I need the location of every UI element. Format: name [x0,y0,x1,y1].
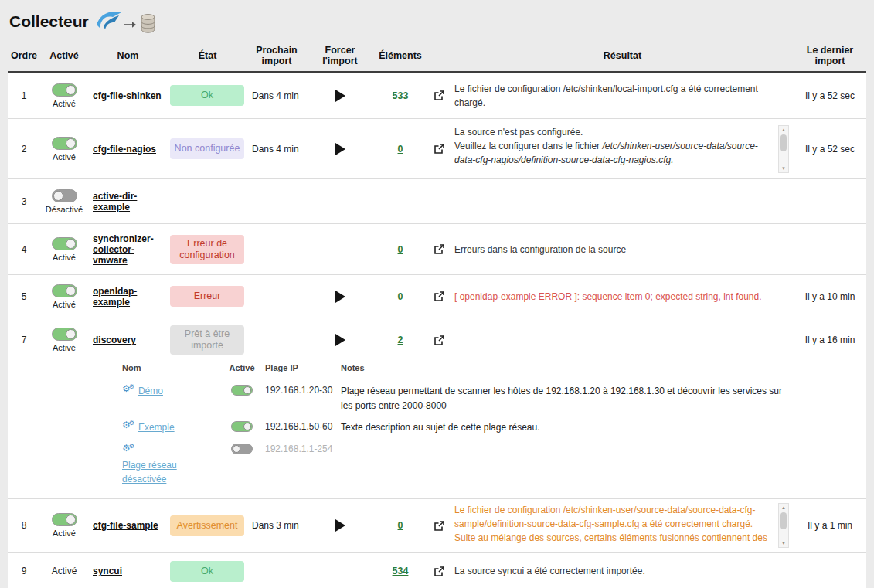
status-badge: Erreur de configuration [170,235,244,264]
shinken-logo-icon [95,8,123,32]
result-text: Le fichier de configuration /etc/shinken… [451,79,794,113]
enable-toggle[interactable] [52,237,77,250]
app-header: Collecteur [0,0,874,40]
source-name-link[interactable]: synchronizer-collector-vmware [88,233,168,266]
next-import: Dans 4 min [247,90,306,101]
external-link-icon[interactable] [434,291,445,302]
page-title: Collecteur [9,12,89,31]
result-text: [ openldap-example ERROR ]: sequence ite… [451,287,794,307]
external-link-icon[interactable] [434,90,445,101]
network-range-link[interactable]: Démo [138,384,163,398]
network-range-link[interactable]: Plage réseau désactivée [122,460,177,484]
enable-toggle[interactable] [52,284,77,297]
toggle-label: Activé [53,529,76,538]
order-number: 9 [8,566,40,576]
force-import-button[interactable] [335,334,345,346]
next-import: Dans 3 min [247,520,306,531]
scrollbar[interactable]: ▲ ▼ [778,125,789,173]
col-prochain-import: Prochain import [247,43,306,69]
scroll-up-icon[interactable]: ▲ [781,127,786,133]
subcol-notes: Notes [341,363,789,372]
toggle-label: Activé [53,300,76,309]
range-note: Texte description au sujet de cette plag… [341,420,789,435]
col-active: Activé [40,49,88,63]
elements-link[interactable]: 0 [398,144,403,155]
range-note: Plage réseau permettant de scanner les h… [341,384,789,413]
scrollbar[interactable]: ▲ ▼ [778,503,789,548]
subcol-nom: Nom [122,363,219,372]
col-forcer-import: Forcer l'import [306,43,374,69]
elements-link[interactable]: 534 [393,566,409,576]
ip-range: 192.168.1.1-254 [265,443,341,454]
elements-link[interactable]: 2 [398,335,403,345]
ip-range: 192.168.1.50-60 [265,420,341,432]
range-toggle[interactable] [231,421,253,432]
source-name-link[interactable]: cfg-file-shinken [88,90,162,101]
source-name-link[interactable]: discovery [88,335,136,345]
source-name-link[interactable]: cfg-file-nagios [88,144,156,155]
status-badge: Prêt à être importé [170,325,244,355]
external-link-icon[interactable] [434,520,445,532]
database-icon [140,13,156,34]
external-link-icon[interactable] [434,243,445,255]
status-badge: Ok [170,561,244,582]
status-badge: Erreur [170,286,244,307]
force-import-button[interactable] [335,519,345,532]
result-scroll-area[interactable]: La source n'est pas configurée. Veuillez… [454,125,789,173]
result-text: Erreurs dans la configuration de la sour… [451,240,794,260]
enable-toggle[interactable] [52,328,77,341]
external-link-icon[interactable] [434,143,445,155]
result-text: Le fichier de configuration /etc/shinken… [454,503,774,531]
last-import: Il y a 1 min [794,520,866,531]
external-link-icon[interactable] [434,335,445,346]
subcol-active: Activé [219,363,265,372]
elements-link[interactable]: 533 [393,90,409,101]
external-link-icon[interactable] [434,566,445,577]
elements-link[interactable]: 0 [398,291,403,302]
last-import: Il y a 52 sec [794,144,866,155]
elements-link[interactable]: 0 [398,520,403,531]
table-row: 8 Activé cfg-file-sample Avertissement D… [8,499,866,553]
col-ordre: Ordre [8,49,40,63]
subtable-row: ⚙⚙ Démo 192.168.1.20-30 Plage réseau per… [122,378,789,414]
result-scroll-area[interactable]: Le fichier de configuration /etc/shinken… [454,503,789,548]
force-import-button[interactable] [335,90,345,102]
last-import: Il y a 10 min [794,291,866,302]
subtable-row: ⚙⚙ Plage réseau désactivée 192.168.1.1-2… [122,437,789,488]
table-row: 9 Activé syncui Ok 534 La source syncui … [8,553,866,588]
elements-link[interactable]: 0 [398,244,403,255]
scroll-up-icon[interactable]: ▲ [781,505,786,511]
range-toggle[interactable] [231,444,253,454]
order-number: 3 [8,196,40,207]
active-state-text: Activé [52,566,77,576]
result-text: Suite au mélange des sources, certains é… [454,531,774,548]
ip-range: 192.168.1.20-30 [265,384,341,396]
order-number: 8 [8,520,40,531]
source-name-link[interactable]: syncui [88,566,122,576]
source-name-link[interactable]: openldap-example [88,286,168,308]
scroll-thumb[interactable] [780,512,787,529]
scroll-down-icon[interactable]: ▼ [781,165,786,172]
force-import-button[interactable] [335,143,345,155]
enable-toggle[interactable] [52,513,77,526]
toggle-label: Activé [53,343,76,352]
last-import: Il y a 16 min [794,335,866,345]
gear-icon: ⚙⚙ [122,384,136,393]
source-name-link[interactable]: active-dir-example [88,191,168,212]
arrow-right-icon [124,21,137,29]
order-number: 5 [8,291,40,302]
table-row: 7 Activé discovery Prêt à être importé 2… [8,318,866,499]
scroll-down-icon[interactable]: ▼ [781,540,786,546]
scroll-thumb[interactable] [780,134,787,151]
enable-toggle[interactable] [52,137,77,150]
network-range-link[interactable]: Exemple [138,420,175,434]
discovery-ranges-subtable: Nom Activé Plage IP Notes ⚙⚙ Démo 192.16… [122,363,789,488]
source-name-link[interactable]: cfg-file-sample [88,520,158,531]
gear-icon: ⚙⚙ [122,420,136,430]
force-import-button[interactable] [335,291,345,303]
table-row: 1 Activé cfg-file-shinken Ok Dans 4 min … [8,73,866,119]
enable-toggle[interactable] [52,189,77,202]
range-toggle[interactable] [231,385,253,396]
order-number: 7 [8,335,40,345]
enable-toggle[interactable] [52,83,77,97]
